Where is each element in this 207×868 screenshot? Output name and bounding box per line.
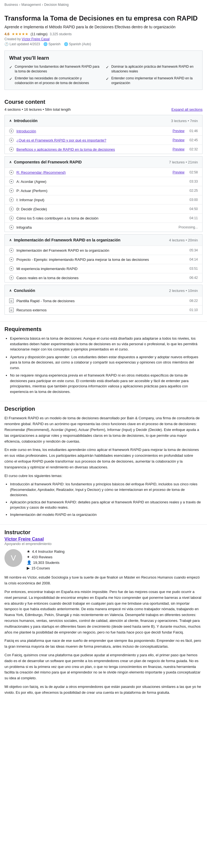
learn-item-1: ✓ Comprender los fundamentos del framewo… (9, 64, 101, 74)
expand-all-button[interactable]: Expand all sections (172, 107, 203, 112)
check-icon-4: ✓ (106, 76, 109, 82)
lecture-title-2[interactable]: ¿Qué es el Framework RAPID y por qué es … (17, 138, 170, 142)
breadcrumb: Business › Management › Decision Making (0, 0, 207, 9)
lecture-row: Cómo los 5 roles contribuyen a la toma d… (5, 213, 202, 222)
bio-para-5: Mi objetivo con faiciq, es la de ayudar … (4, 684, 203, 696)
lecture-row: ¿Qué es el Framework RAPID y por qué es … (5, 135, 202, 145)
lecture-preview-2[interactable]: Preview (173, 138, 184, 142)
lecture-row: Introducción Preview 01:46 (5, 126, 202, 135)
description-list: Introducción al framework RAPID: los fun… (4, 482, 203, 517)
lecture-s3-4: Casos reales en la toma de decisiones (17, 276, 187, 280)
review-icon: ✦ (27, 555, 30, 559)
course-title: Transforma la Toma de Decisiones en tu e… (4, 14, 203, 23)
requirement-item: Apertura y disposición para aprender: Lo… (10, 354, 203, 371)
section-group-3: ∧ Implementación del Framework RAPID en … (4, 234, 203, 282)
play-icon (9, 129, 14, 133)
bio-para-3: Faiciq es una plataforma que nace de ese… (4, 638, 203, 650)
caption: 🌐 Spanish (Auto) (64, 42, 91, 46)
stat-row-reviews: ✦ 433 Reviews (27, 555, 203, 559)
courses-icon: ▶ (27, 566, 30, 570)
instructor-bio: Mi nombre es Víctor, estudié Sociología … (4, 575, 203, 695)
requirement-item: Experiencia básica en la toma de decisio… (10, 336, 203, 352)
lecture-s2-5: D: Decidir (Decide) (17, 207, 187, 211)
created-by: Created by Víctor Freire Casal (4, 37, 203, 41)
lecture-title-1[interactable]: Introducción (17, 129, 170, 133)
requirements-title: Requirements (4, 326, 203, 333)
avatar: V (4, 549, 22, 567)
lecture-row: D: Decidir (Decide) 04:50 (5, 204, 202, 213)
requirements-list: Experiencia básica en la toma de decisio… (4, 336, 203, 394)
learn-title: What you'll learn (9, 55, 198, 61)
lecture-s2-1[interactable]: R: Recomendar (Recommend) (17, 170, 170, 175)
breadcrumb-management[interactable]: Management (21, 3, 41, 7)
students-icon: 👤 (27, 560, 31, 565)
updated-date: 🕐 Last updated 4/2023 (4, 42, 40, 46)
bio-para-4: Con Faiciq, quisimos crear una plataform… (4, 652, 203, 681)
lecture-row: Implementación del Framework RAPID en la… (5, 246, 202, 255)
lecture-row: Proyecto - Ejemplo: implementando RAPID … (5, 255, 202, 264)
star-icon: ★ (27, 549, 30, 554)
play-icon (9, 207, 14, 211)
section-group-1: ∧ Introducción 3 lectures • 7min Introdu… (4, 115, 203, 154)
rating-count: (11 ratings) (31, 32, 48, 36)
chevron-icon-3: ∧ (9, 238, 12, 242)
description-list-item: Introducción al framework RAPID: los fun… (10, 482, 203, 498)
instructor-link[interactable]: Víctor Freire Casal (22, 37, 50, 41)
lecture-row: A: Acordar (Agree) 03:33 (5, 177, 202, 186)
lecture-preview-3[interactable]: Preview (173, 147, 184, 151)
lecture-row: R: Recomendar (Recommend) Preview 02:58 (5, 167, 202, 177)
instructor-section: Instructor Víctor Freire Casal Apoyando … (0, 524, 207, 703)
lecture-row: Infografía Processing... (5, 222, 202, 232)
course-subtitle: Aprende e Implementa el Método RAPID par… (4, 25, 203, 29)
doc-icon: ▤ (9, 308, 14, 312)
play-icon (9, 276, 14, 280)
play-icon (9, 170, 14, 175)
course-meta: 4.6 ★★★★★ (11 ratings) 3,325 students (4, 32, 203, 36)
learn-grid: ✓ Comprender los fundamentos del framewo… (9, 64, 198, 85)
doc-icon: ▤ (9, 299, 14, 303)
description-section: Description El Framework RAPID es un mod… (0, 401, 207, 524)
lecture-title-3[interactable]: Beneficios y aplicaciones de RAPID en la… (17, 147, 170, 152)
lecture-s2-2: A: Acordar (Agree) (17, 180, 187, 184)
learn-item-2: ✓ Entender las necesidades de comunicaci… (9, 76, 101, 86)
rating-number: 4.6 (4, 32, 9, 36)
stat-row-students: 👤 19,303 Students (27, 560, 203, 565)
course-content-title: Course content (4, 99, 203, 105)
description-list-item: Implementación del modelo RAPID en la or… (10, 512, 203, 518)
play-icon (9, 147, 14, 152)
section-header-1[interactable]: ∧ Introducción 3 lectures • 7min (5, 115, 202, 126)
lecture-row: Beneficios y aplicaciones de RAPID en la… (5, 145, 202, 154)
lecture-row: Casos reales en la toma de decisiones 06… (5, 273, 202, 282)
lecture-s3-1: Implementación del Framework RAPID en la… (17, 248, 187, 252)
play-icon (9, 248, 14, 252)
section-header-2[interactable]: ∧ Componentes del Framework RAPID 7 lect… (5, 156, 202, 167)
check-icon-2: ✓ (9, 76, 12, 82)
bio-para-1: Mi nombre es Víctor, estudié Sociología … (4, 575, 203, 586)
breadcrumb-decision-making[interactable]: Decision Making (44, 3, 69, 7)
section-header-3[interactable]: ∧ Implementación del Framework RAPID en … (5, 235, 202, 246)
instructor-name[interactable]: Víctor Freire Casal (4, 537, 203, 542)
lecture-preview-1[interactable]: Preview (173, 129, 184, 133)
lecture-preview-s2-1[interactable]: Preview (173, 170, 184, 174)
lecture-row: ▤ Plantilla Rapid - Toma de decisiones 0… (5, 296, 202, 305)
lecture-row: P: Actuar (Perform) 02:25 (5, 186, 202, 195)
lecture-s2-7: Infografía (17, 225, 176, 229)
lecture-s2-4: I: Informar (Input) (17, 198, 187, 202)
learn-box: What you'll learn ✓ Comprender los funda… (4, 51, 203, 90)
chevron-icon-2: ∧ (9, 160, 12, 164)
play-icon (9, 257, 14, 262)
course-content-section: Course content 4 sections • 16 lectures … (0, 94, 207, 321)
breadcrumb-business[interactable]: Business (4, 3, 18, 7)
play-icon (9, 225, 14, 229)
stat-row-rating: ★ 4.4 Instructor Rating (27, 549, 203, 554)
play-icon (9, 197, 14, 202)
instructor-subtitle: Apoyando el emprendimiento (4, 542, 203, 546)
requirements-section: Requirements Experiencia básica en la to… (0, 321, 207, 401)
play-icon (9, 267, 14, 271)
description-list-item: Aplicación práctica del framework RAPID:… (10, 499, 203, 510)
description-para-2: En este curso en línea, los estudiantes … (4, 447, 203, 470)
section-header-4[interactable]: ∧ Conclusión 2 lectures • 10min (5, 285, 202, 296)
course-updated: 🕐 Last updated 4/2023 🌐 Spanish 🌐 Spanis… (4, 42, 203, 46)
content-meta: 4 sections • 16 lectures • 58m total len… (4, 107, 203, 112)
description-para-1: El Framework RAPID es un modelo de toma … (4, 415, 203, 444)
